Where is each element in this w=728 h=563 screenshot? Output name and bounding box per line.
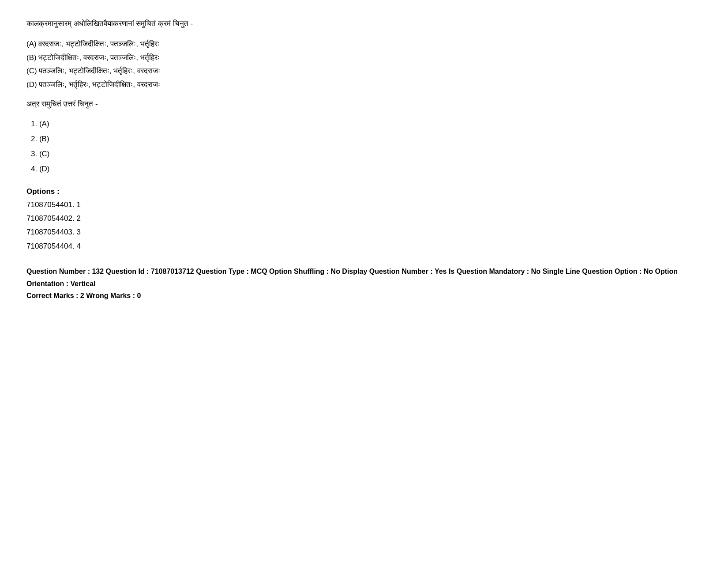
option-value-3: 71087054403. 3 bbox=[26, 225, 702, 239]
option-value-1: 71087054401. 1 bbox=[26, 198, 702, 212]
answer-3: 3. (C) bbox=[31, 147, 702, 162]
option-a: (A) वरदराजः, भट्टोजिदीक्षितः, पतञ्जलिः, … bbox=[26, 38, 702, 51]
answer-options: 1. (A) 2. (B) 3. (C) 4. (D) bbox=[26, 117, 702, 177]
answer-1: 1. (A) bbox=[31, 117, 702, 132]
option-value-2: 71087054402. 2 bbox=[26, 212, 702, 225]
metadata-line1: Question Number : 132 Question Id : 7108… bbox=[26, 265, 702, 289]
option-c: (C) पतञ्जलिः, भट्टोजिदीक्षितः, भर्तृहिरः… bbox=[26, 64, 702, 78]
question-container: कालक्रमानुसारम् अधोलिखितवैयाकरणानां समुच… bbox=[26, 18, 702, 302]
question-instruction: कालक्रमानुसारम् अधोलिखितवैयाकरणानां समुच… bbox=[26, 18, 702, 30]
option-d: (D) पतञ्जलिः, भर्तृहिरः, भट्टोजिदीक्षितः… bbox=[26, 78, 702, 92]
option-b: (B) भट्टोजिदीक्षितः, वरदराजः, पतञ्जलिः, … bbox=[26, 51, 702, 65]
correct-marks: Correct Marks : 2 Wrong Marks : 0 bbox=[26, 290, 702, 302]
option-values: 71087054401. 1 71087054402. 2 7108705440… bbox=[26, 198, 702, 253]
answer-2: 2. (B) bbox=[31, 132, 702, 147]
metadata-block: Question Number : 132 Question Id : 7108… bbox=[26, 265, 702, 302]
question-options: (A) वरदराजः, भट्टोजिदीक्षितः, पतञ्जलिः, … bbox=[26, 38, 702, 91]
answer-4: 4. (D) bbox=[31, 162, 702, 177]
options-label: Options : bbox=[26, 187, 702, 196]
option-value-4: 71087054404. 4 bbox=[26, 239, 702, 253]
sub-instruction: अत्र समुचितं उत्तरं चिनुत - bbox=[26, 100, 702, 109]
